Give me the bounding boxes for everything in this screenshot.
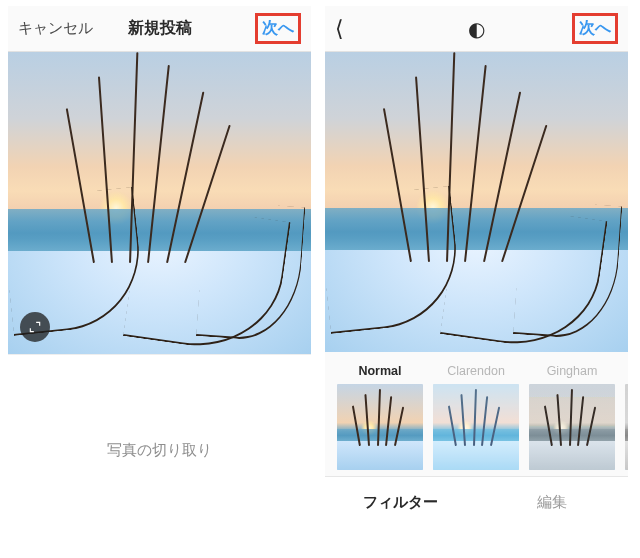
photo-preview[interactable] bbox=[325, 52, 628, 352]
topbar: キャンセル 新規投稿 次へ bbox=[8, 6, 311, 52]
tab-filter[interactable]: フィルター bbox=[325, 493, 477, 512]
photo-preview[interactable] bbox=[8, 52, 311, 354]
filter-thumb bbox=[337, 384, 423, 470]
back-button[interactable]: ⟨ bbox=[335, 18, 344, 40]
sun-adjust-icon[interactable]: ◐ bbox=[468, 19, 485, 39]
expand-crop-button[interactable] bbox=[20, 312, 50, 342]
filter-item-more[interactable]: M bbox=[625, 364, 628, 470]
filter-item-gingham[interactable]: Gingham bbox=[529, 364, 615, 470]
next-button[interactable]: 次へ bbox=[572, 13, 618, 44]
topbar: ⟨ ◐ 次へ bbox=[325, 6, 628, 52]
filter-thumb bbox=[433, 384, 519, 470]
filter-label: M bbox=[625, 364, 628, 378]
cancel-button[interactable]: キャンセル bbox=[18, 19, 93, 38]
expand-icon bbox=[28, 320, 42, 334]
filter-label: Gingham bbox=[529, 364, 615, 378]
filter-thumb bbox=[625, 384, 628, 470]
crop-panel: 写真の切り取り bbox=[8, 354, 311, 546]
filter-item-normal[interactable]: Normal bbox=[337, 364, 423, 470]
filter-thumb bbox=[529, 384, 615, 470]
page-title: 新規投稿 bbox=[128, 18, 192, 39]
crop-caption: 写真の切り取り bbox=[107, 441, 212, 460]
screen-new-post: キャンセル 新規投稿 次へ 写真の切り取り bbox=[8, 6, 311, 546]
filter-label: Clarendon bbox=[433, 364, 519, 378]
filter-strip: Normal Clarendon Gingham bbox=[325, 352, 628, 476]
bottom-tabs: フィルター 編集 bbox=[325, 476, 628, 528]
filter-item-clarendon[interactable]: Clarendon bbox=[433, 364, 519, 470]
filter-label: Normal bbox=[337, 364, 423, 378]
next-button[interactable]: 次へ bbox=[255, 13, 301, 44]
screen-filter: ⟨ ◐ 次へ Normal bbox=[325, 6, 628, 546]
tab-edit[interactable]: 編集 bbox=[477, 493, 629, 512]
